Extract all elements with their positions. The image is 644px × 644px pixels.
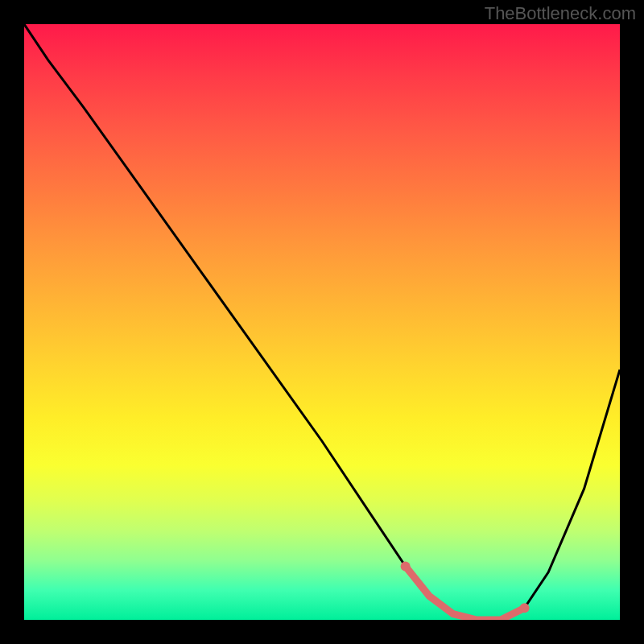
watermark-text: TheBottleneck.com — [485, 3, 636, 24]
chart-container: TheBottleneck.com — [0, 0, 644, 644]
highlight-dot-end — [520, 603, 530, 613]
plot-area — [24, 24, 620, 620]
curve-svg — [24, 24, 620, 620]
highlight-segment-path — [406, 566, 525, 620]
bottleneck-curve-path — [24, 24, 620, 620]
highlight-dot-start — [401, 561, 411, 571]
